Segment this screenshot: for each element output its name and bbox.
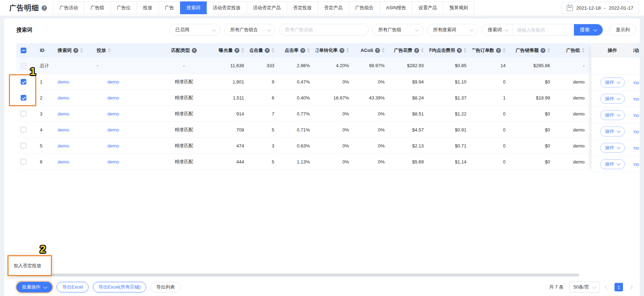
cell-value: 1.13% xyxy=(297,159,310,165)
row-action-button[interactable]: 操作 xyxy=(600,94,625,104)
term-link[interactable]: demo xyxy=(58,111,69,117)
row-action-button[interactable]: 操作 xyxy=(600,110,625,120)
term-link[interactable]: demo xyxy=(58,127,69,133)
cell-value: 98.97% xyxy=(369,63,385,68)
campaign-filter-select[interactable]: 所有广告活动 xyxy=(279,24,369,36)
cell-impressions: 11,638 xyxy=(211,63,250,68)
campaign-link[interactable]: demo xyxy=(633,96,639,101)
cell-ctr: 0.77% xyxy=(280,111,316,117)
sort-carets[interactable] xyxy=(547,48,550,53)
batch-operations-button[interactable]: 批量操作 xyxy=(16,282,52,292)
cell-value: 2 xyxy=(40,95,42,101)
tab-否定投放[interactable]: 否定投放 xyxy=(287,1,318,14)
sort-carets[interactable] xyxy=(503,48,506,53)
tab-投放[interactable]: 投放 xyxy=(137,1,159,14)
tab-搜索词[interactable]: 搜索词 xyxy=(180,1,207,14)
cell-value: 0% xyxy=(378,127,385,133)
cell-term: demo xyxy=(54,95,93,101)
show-columns-button[interactable]: 显示列 xyxy=(609,24,636,36)
next-page-button[interactable] xyxy=(628,285,633,290)
search-field-select[interactable]: 搜索词 xyxy=(482,24,513,36)
cell-adgroup: demo xyxy=(556,127,590,133)
tab-广告活动[interactable]: 广告活动 xyxy=(53,1,84,14)
table-row: 1demodemo精准匹配1,90190.47%0%0%$9.94$1.100$… xyxy=(16,74,590,90)
row-action-button[interactable]: 操作 xyxy=(600,77,625,87)
targeting-link[interactable]: demo xyxy=(107,95,119,101)
campaign-link[interactable]: demo xyxy=(633,129,639,134)
tab-设置产品[interactable]: 设置产品 xyxy=(412,1,443,14)
export-excel-all-button[interactable]: 导出Excel(所有店铺) xyxy=(93,282,146,292)
sort-carets[interactable] xyxy=(271,48,274,53)
term-link[interactable]: demo xyxy=(58,95,69,101)
cell-value: 0.77% xyxy=(297,111,310,117)
filters: 已启用 所有广告组合 所有广告活动 所有广告组 所有搜索词 搜索词 xyxy=(169,24,603,36)
cell-value: 4.20% xyxy=(336,63,349,68)
cell-checkbox xyxy=(16,111,34,117)
date-separator: - xyxy=(604,5,606,11)
row-checkbox[interactable] xyxy=(21,111,26,117)
sort-carets[interactable] xyxy=(382,48,385,53)
tab-否定产品[interactable]: 否定产品 xyxy=(318,1,349,14)
cell-value: 5 xyxy=(40,143,42,149)
export-list-button[interactable]: 导出列表 xyxy=(151,282,180,292)
row-checkbox[interactable] xyxy=(21,159,26,165)
sort-carets[interactable] xyxy=(108,48,111,53)
sort-carets[interactable] xyxy=(346,48,349,53)
tab-ASIN报告[interactable]: ASIN报告 xyxy=(380,1,412,14)
targeting-link[interactable]: demo xyxy=(107,127,119,133)
term-link[interactable]: demo xyxy=(58,79,69,85)
term-link[interactable]: demo xyxy=(58,159,69,165)
targeting-link[interactable]: demo xyxy=(107,111,119,117)
sort-carets[interactable] xyxy=(80,48,83,53)
cell-cpc: $1.10 xyxy=(429,79,472,85)
export-excel-button[interactable]: 导出Excel xyxy=(57,282,89,292)
tab-广告位[interactable]: 广告位 xyxy=(110,1,137,14)
sort-carets[interactable] xyxy=(241,48,244,53)
column-label: 广告组 xyxy=(566,47,580,54)
row-action-button[interactable]: 操作 xyxy=(600,159,625,169)
adgroup-filter-select[interactable]: 所有广告组 xyxy=(372,24,423,36)
tab-活动否定投放[interactable]: 活动否定投放 xyxy=(206,1,247,14)
tab-活动否定产品[interactable]: 活动否定产品 xyxy=(247,1,287,14)
sort-carets[interactable] xyxy=(464,48,466,53)
term-link[interactable]: demo xyxy=(58,143,69,149)
select-all-checkbox[interactable] xyxy=(21,48,26,53)
cell-value: 0% xyxy=(342,127,349,133)
row-checkbox[interactable] xyxy=(21,127,26,133)
col-header-id: ID xyxy=(34,48,54,53)
tab-广告[interactable]: 广告 xyxy=(158,1,180,14)
row-checkbox[interactable] xyxy=(21,143,26,149)
campaign-link[interactable]: demo xyxy=(633,80,639,85)
page-size-select[interactable]: 50条/页 xyxy=(569,281,600,293)
sort-carets[interactable] xyxy=(421,48,424,53)
row-action-button[interactable]: 操作 xyxy=(600,143,625,153)
status-filter-select[interactable]: 已启用 xyxy=(169,24,221,36)
cell-term: demo xyxy=(54,111,93,117)
cell-value: 7 xyxy=(272,111,274,117)
campaign-link[interactable]: demo xyxy=(633,161,639,167)
tab-广告组[interactable]: 广告组 xyxy=(84,1,111,14)
row-action-button[interactable]: 操作 xyxy=(600,127,625,136)
title-help-icon[interactable]: ? xyxy=(42,5,47,11)
targeting-link[interactable]: demo xyxy=(107,143,119,149)
searchterm-filter-select[interactable]: 所有搜索词 xyxy=(427,24,478,36)
campaign-link[interactable]: demo xyxy=(633,112,639,118)
add-negative-targeting-menu-item[interactable]: 加入否定投放 xyxy=(7,255,52,276)
tab-预算规则[interactable]: 预算规则 xyxy=(443,1,474,14)
current-page[interactable]: 1 xyxy=(614,283,623,291)
prev-page-button[interactable] xyxy=(605,285,609,290)
search-input[interactable] xyxy=(513,24,574,36)
caret-up-icon xyxy=(421,48,424,50)
horizontal-scrollbar[interactable] xyxy=(16,274,579,276)
cell-targeting: - xyxy=(93,63,157,68)
sort-carets[interactable] xyxy=(307,48,310,53)
sort-carets[interactable] xyxy=(582,48,585,53)
date-range-picker[interactable]: 2021-12-18 - 2022-01-17 xyxy=(561,2,639,14)
search-button[interactable]: 搜索 xyxy=(574,24,603,36)
targeting-link[interactable]: demo xyxy=(107,79,119,85)
targeting-link[interactable]: demo xyxy=(107,159,119,165)
campaign-link[interactable]: demo xyxy=(633,145,639,150)
portfolio-filter-select[interactable]: 所有广告组合 xyxy=(224,24,275,36)
cell-match: 精准匹配 xyxy=(157,79,211,85)
tab-广告组合[interactable]: 广告组合 xyxy=(349,1,380,14)
